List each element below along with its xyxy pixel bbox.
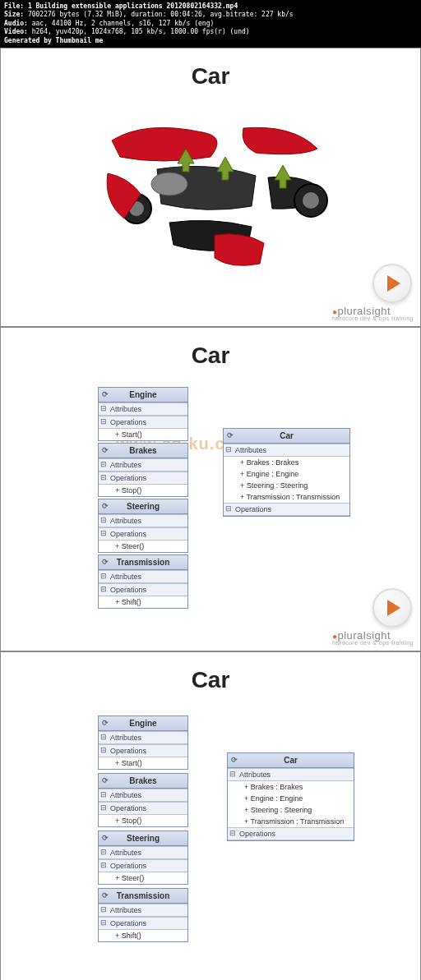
uml-operations-header: Operations (99, 527, 187, 541)
uml-attributes-header: Attributes (99, 731, 187, 744)
uml-operation: + Stop() (99, 815, 187, 826)
uml-operation: + Steer() (99, 872, 187, 884)
uml-class-steering: Steering Attributes Operations + Steer() (98, 830, 188, 885)
uml-operations-header: Operations (224, 503, 349, 516)
uml-class-title: Car (228, 753, 354, 768)
uml-operation: + Start() (99, 757, 187, 769)
audio-value: aac, 44100 Hz, 2 channels, s16, 127 kb/s… (32, 20, 215, 27)
uml-class-title: Brakes (99, 774, 187, 789)
uml-attribute: + Steering : Steering (224, 480, 349, 491)
uml-attribute: + Brakes : Brakes (224, 457, 349, 468)
uml-class-car: Car Attributes + Brakes : Brakes + Engin… (227, 752, 354, 841)
uml-attributes-header: Attributes (99, 514, 187, 527)
uml-operations-header: Operations (99, 744, 187, 757)
play-button[interactable] (372, 264, 412, 303)
uml-attributes-header: Attributes (99, 789, 187, 802)
uml-attribute: + Transmission : Transmission (228, 816, 354, 827)
uml-class-title: Engine (99, 388, 187, 403)
uml-class-car: Car Attributes + Brakes : Brakes + Engin… (223, 428, 350, 517)
panel-title: Car (1, 328, 420, 379)
svg-point-0 (151, 173, 187, 196)
uml-attribute: + Transmission : Transmission (224, 491, 349, 503)
uml-operations-header: Operations (99, 583, 187, 596)
uml-attribute: + Engine : Engine (228, 793, 354, 804)
uml-operations-header: Operations (228, 827, 354, 840)
uml-class-title: Steering (99, 499, 187, 514)
generated-by: Generated by Thumbnail me (4, 37, 417, 45)
uml-class-brakes: Brakes Attributes Operations + Stop() (98, 443, 188, 497)
metadata-header: File: 1 Building extensible applications… (0, 0, 421, 48)
uml-operations-header: Operations (99, 802, 187, 815)
uml-class-steering: Steering Attributes Operations + Steer() (98, 499, 188, 553)
car-exploded-illustration (1, 99, 420, 288)
uml-operation: + Start() (99, 429, 187, 440)
uml-attribute: + Engine : Engine (224, 468, 349, 480)
uml-attributes-header: Attributes (99, 904, 187, 917)
uml-class-transmission: Transmission Attributes Operations + Shi… (98, 554, 188, 609)
uml-class-engine: Engine Attributes Operations + Start() (98, 387, 188, 441)
uml-class-title: Engine (99, 716, 187, 731)
thumbnail-panel-2: Car www.cg-ku.com Engine Attributes Oper… (0, 327, 421, 651)
video-label: Video: (4, 28, 28, 35)
uml-diagram-area: Engine Attributes Operations + Start() B… (1, 703, 420, 966)
uml-operation: + Stop() (99, 485, 187, 496)
brand-logo: ●pluralsight hardcore dev & ops training (332, 629, 414, 646)
uml-attributes-header: Attributes (228, 768, 354, 781)
uml-class-transmission: Transmission Attributes Operations + Shi… (98, 888, 188, 942)
uml-class-title: Transmission (99, 555, 187, 570)
video-value: h264, yuv420p, 1024x768, 105 kb/s, 1000.… (32, 28, 250, 35)
panel-title: Car (1, 48, 420, 99)
uml-operations-header: Operations (99, 416, 187, 429)
uml-class-title: Transmission (99, 889, 187, 904)
size-value: 7002276 bytes (7.32 MiB), duration: 00:0… (28, 11, 294, 18)
uml-attribute: + Steering : Steering (228, 804, 354, 816)
uml-operations-header: Operations (99, 917, 187, 930)
size-label: Size: (4, 11, 24, 18)
uml-class-engine: Engine Attributes Operations + Start() (98, 715, 188, 770)
uml-class-title: Car (224, 429, 349, 444)
thumbnail-panel-1: Car ●pluralsight hardcore dev & ops trai… (0, 48, 421, 327)
uml-class-title: Steering (99, 831, 187, 846)
uml-diagram-area: Engine Attributes Operations + Start() B… (1, 379, 420, 625)
file-value: 1 Building extensible applications 20120… (28, 2, 238, 10)
uml-operation: + Shift() (99, 596, 187, 608)
uml-attributes-header: Attributes (224, 444, 349, 457)
uml-attributes-header: Attributes (99, 403, 187, 416)
uml-attribute: + Brakes : Brakes (228, 781, 354, 793)
file-label: File: (4, 2, 24, 10)
uml-operations-header: Operations (99, 472, 187, 485)
play-button[interactable] (372, 588, 412, 628)
uml-operations-header: Operations (99, 859, 187, 872)
brand-logo: ●pluralsight hardcore dev & ops training (332, 305, 414, 321)
uml-operation: + Shift() (99, 930, 187, 941)
uml-class-title: Brakes (99, 444, 187, 458)
uml-attributes-header: Attributes (99, 570, 187, 583)
thumbnail-panel-3: Car Engine Attributes Operations + Start… (0, 651, 421, 980)
svg-point-2 (303, 192, 319, 209)
panel-title: Car (1, 652, 420, 703)
uml-attributes-header: Attributes (99, 846, 187, 859)
car-svg (79, 112, 342, 276)
uml-attributes-header: Attributes (99, 458, 187, 472)
uml-class-brakes: Brakes Attributes Operations + Stop() (98, 773, 188, 827)
audio-label: Audio: (4, 20, 28, 27)
uml-operation: + Steer() (99, 541, 187, 552)
